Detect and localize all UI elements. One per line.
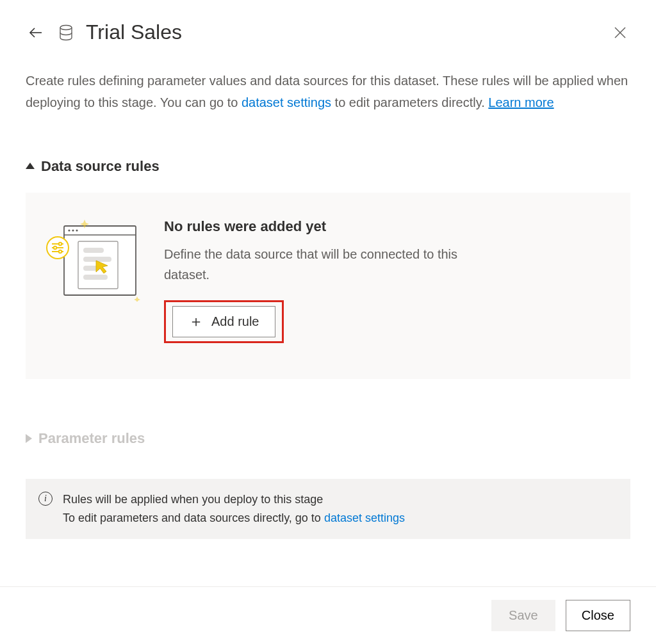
empty-state-card: No rules were added yet Define the data … xyxy=(26,193,630,379)
svg-point-1 xyxy=(60,25,72,29)
svg-point-8 xyxy=(76,229,78,231)
chevron-down-icon xyxy=(26,163,35,169)
info-icon: i xyxy=(38,492,53,506)
learn-more-link[interactable]: Learn more xyxy=(488,95,554,109)
svg-rect-10 xyxy=(83,248,104,253)
close-button[interactable] xyxy=(610,22,630,43)
svg-point-21 xyxy=(59,250,62,253)
section-label: Parameter rules xyxy=(38,430,145,447)
empty-state-title: No rules were added yet xyxy=(164,218,610,235)
svg-point-19 xyxy=(54,246,56,249)
save-button: Save xyxy=(491,600,555,631)
add-rule-label: Add rule xyxy=(211,314,259,329)
section-header-data-source[interactable]: Data source rules xyxy=(26,158,630,175)
dataset-settings-link-footer[interactable]: dataset settings xyxy=(324,511,405,524)
intro-text: Create rules defining parameter values a… xyxy=(26,70,630,113)
svg-rect-13 xyxy=(83,275,108,280)
panel-header: Trial Sales xyxy=(26,20,630,44)
info-box: i Rules will be applied when you deploy … xyxy=(26,479,630,539)
section-label: Data source rules xyxy=(41,158,160,175)
add-rule-button[interactable]: ＋ Add rule xyxy=(172,306,275,337)
chevron-right-icon xyxy=(26,434,32,443)
dataset-icon xyxy=(59,24,73,41)
svg-point-7 xyxy=(72,229,74,231)
empty-state-illustration xyxy=(46,218,142,302)
empty-state-body: No rules were added yet Define the data … xyxy=(164,218,610,343)
add-rule-highlight: ＋ Add rule xyxy=(164,300,284,343)
info-line1: Rules will be applied when you deploy to… xyxy=(63,490,405,509)
empty-state-text: Define the data source that will be conn… xyxy=(164,244,497,285)
intro-part2: to edit parameters directly. xyxy=(335,95,489,109)
section-header-parameter[interactable]: Parameter rules xyxy=(26,430,630,447)
back-button[interactable] xyxy=(26,22,46,43)
close-footer-button[interactable]: Close xyxy=(566,600,630,631)
panel-footer: Save Close xyxy=(0,586,656,644)
info-line2: To edit parameters and data sources dire… xyxy=(63,509,405,527)
panel-title: Trial Sales xyxy=(86,20,182,44)
svg-point-17 xyxy=(59,243,62,245)
settings-panel: Trial Sales Create rules defining parame… xyxy=(0,0,656,644)
svg-point-6 xyxy=(68,229,70,231)
dataset-settings-link[interactable]: dataset settings xyxy=(242,95,331,109)
